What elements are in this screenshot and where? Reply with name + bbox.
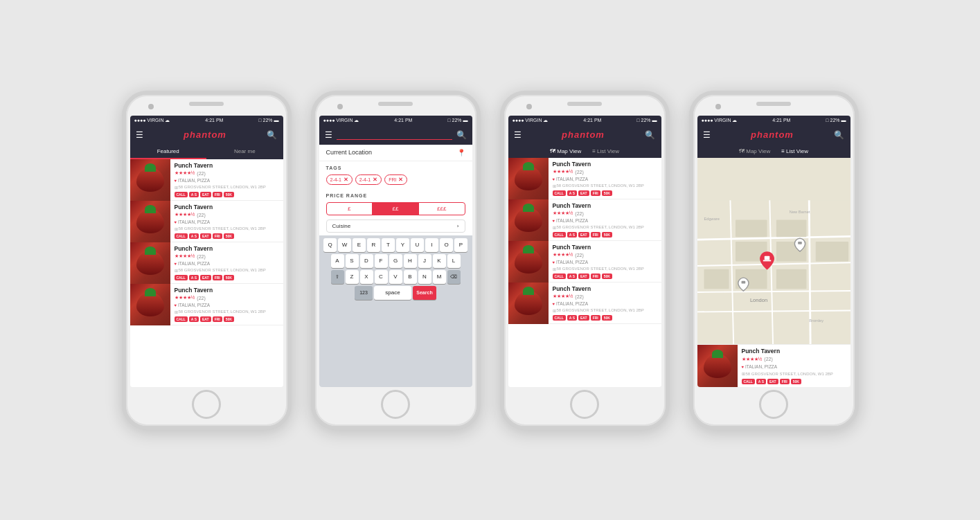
map-area[interactable]: London Edgware New Barnet Bromley	[697, 158, 850, 387]
eat-btn[interactable]: EAT	[200, 233, 211, 239]
50k-btn[interactable]: 50K	[224, 192, 234, 197]
tag-chip-1[interactable]: 2-4-1 ✕	[326, 174, 353, 185]
key-x[interactable]: X	[360, 270, 373, 284]
key-j[interactable]: J	[418, 254, 431, 268]
key-k[interactable]: K	[433, 254, 446, 268]
eat-btn[interactable]: EAT	[578, 190, 589, 196]
key-h[interactable]: H	[404, 254, 417, 268]
fri-btn[interactable]: FRI	[591, 232, 600, 237]
key-g[interactable]: G	[389, 254, 402, 268]
as-btn[interactable]: A S	[567, 274, 577, 279]
map-view-btn-4[interactable]: 🗺 Map View	[739, 148, 770, 154]
search-icon-4[interactable]: 🔍	[834, 130, 844, 140]
search-input[interactable]	[337, 129, 452, 140]
list-item[interactable]: Punch Tavern ★★★★½(22) ITALIAN, PIZZA 58…	[508, 241, 661, 283]
key-123[interactable]: 123	[355, 286, 373, 300]
price-btn-2[interactable]: ££	[373, 203, 419, 215]
tab-featured-1[interactable]: Featured	[130, 145, 207, 159]
key-y[interactable]: Y	[396, 238, 409, 252]
key-l[interactable]: L	[447, 254, 461, 268]
list-item[interactable]: Punch Tavern ★★★★½(22) ITALIAN, PIZZA 58…	[130, 201, 283, 242]
key-n[interactable]: N	[418, 270, 431, 284]
key-c[interactable]: C	[375, 270, 388, 284]
map-50k-btn[interactable]: 50K	[791, 379, 801, 384]
as-btn[interactable]: A S	[189, 316, 199, 322]
key-r[interactable]: R	[367, 238, 380, 252]
key-u[interactable]: U	[411, 238, 424, 252]
as-btn[interactable]: A S	[189, 275, 199, 280]
list-item[interactable]: Punch Tavern ★★★★½(22) ITALIAN, PIZZA 58…	[130, 284, 283, 325]
key-d[interactable]: D	[360, 254, 373, 268]
list-item[interactable]: Punch Tavern ★★★★½(22) ITALIAN, PIZZA 58…	[508, 158, 661, 199]
key-s[interactable]: S	[346, 254, 359, 268]
list-item[interactable]: Punch Tavern ★★★★½(22) ITALIAN, PIZZA 58…	[130, 242, 283, 284]
hamburger-icon-3[interactable]: ☰	[514, 130, 522, 140]
map-fri-btn[interactable]: FRI	[780, 379, 790, 384]
list-item[interactable]: Punch Tavern ★★★★½(22) ITALIAN, PIZZA 58…	[508, 199, 661, 241]
tag-remove-3[interactable]: ✕	[398, 177, 403, 183]
key-q[interactable]: Q	[323, 238, 337, 252]
key-a[interactable]: A	[331, 254, 344, 268]
tag-chip-3[interactable]: FRI ✕	[384, 174, 407, 185]
list-item[interactable]: Punch Tavern ★★★★½(22) ITALIAN, PIZZA 58…	[130, 159, 283, 201]
50k-btn[interactable]: 50K	[602, 232, 612, 237]
call-btn[interactable]: CALL	[175, 316, 188, 322]
call-btn[interactable]: CALL	[175, 275, 188, 280]
call-btn[interactable]: CALL	[553, 315, 566, 321]
search-icon-1[interactable]: 🔍	[267, 130, 277, 140]
50k-btn[interactable]: 50K	[602, 190, 612, 196]
eat-btn[interactable]: EAT	[578, 232, 589, 237]
map-as-btn[interactable]: A S	[756, 379, 766, 384]
call-btn[interactable]: CALL	[553, 232, 566, 237]
key-o[interactable]: O	[440, 238, 453, 252]
key-i[interactable]: I	[425, 238, 438, 252]
as-btn[interactable]: A S	[189, 233, 199, 239]
50k-btn[interactable]: 50K	[602, 274, 612, 279]
key-z[interactable]: Z	[346, 270, 359, 284]
key-p[interactable]: P	[454, 238, 467, 252]
tag-remove-1[interactable]: ✕	[344, 177, 348, 183]
eat-btn[interactable]: EAT	[578, 315, 589, 321]
fri-btn[interactable]: FRI	[591, 274, 600, 279]
as-btn[interactable]: A S	[567, 315, 577, 321]
call-btn[interactable]: CALL	[553, 190, 566, 196]
fri-btn[interactable]: FRI	[213, 316, 222, 322]
key-v[interactable]: V	[389, 270, 402, 284]
map-eat-btn[interactable]: EAT	[767, 379, 778, 384]
map-bottom-card[interactable]: Punch Tavern ★★★★½(22) ITALIAN, PIZZA 58…	[697, 344, 850, 387]
search-icon-2[interactable]: 🔍	[456, 130, 467, 140]
cuisine-dropdown[interactable]: Cuisine ›	[326, 219, 465, 233]
key-b[interactable]: B	[404, 270, 417, 284]
list-view-btn-3[interactable]: ≡ List View	[592, 148, 619, 154]
tab-nearme-1[interactable]: Near me	[206, 145, 283, 159]
eat-btn[interactable]: EAT	[578, 274, 589, 279]
hamburger-icon-2[interactable]: ☰	[325, 130, 332, 140]
search-icon-3[interactable]: 🔍	[645, 130, 655, 140]
hamburger-icon-4[interactable]: ☰	[703, 130, 711, 140]
eat-btn[interactable]: EAT	[200, 275, 211, 280]
fri-btn[interactable]: FRI	[213, 192, 222, 197]
key-e[interactable]: E	[353, 238, 366, 252]
price-btn-3[interactable]: £££	[419, 203, 465, 215]
50k-btn[interactable]: 50K	[224, 275, 234, 280]
map-view-btn-3[interactable]: 🗺 Map View	[550, 148, 581, 154]
key-m[interactable]: M	[433, 270, 446, 284]
eat-btn[interactable]: EAT	[200, 316, 211, 322]
list-view-btn-4[interactable]: ≡ List View	[781, 148, 808, 154]
key-search[interactable]: Search	[413, 286, 436, 300]
tag-remove-2[interactable]: ✕	[373, 177, 377, 183]
eat-btn[interactable]: EAT	[200, 192, 211, 197]
map-call-btn[interactable]: CALL	[742, 379, 755, 384]
fri-btn[interactable]: FRI	[213, 233, 222, 239]
key-backspace[interactable]: ⌫	[447, 270, 461, 284]
list-item[interactable]: Punch Tavern ★★★★½(22) ITALIAN, PIZZA 58…	[508, 283, 661, 324]
key-space[interactable]: space	[374, 286, 411, 300]
50k-btn[interactable]: 50K	[602, 315, 612, 321]
as-btn[interactable]: A S	[567, 232, 577, 237]
call-btn[interactable]: CALL	[175, 192, 188, 197]
price-btn-1[interactable]: £	[327, 203, 373, 215]
key-w[interactable]: W	[338, 238, 351, 252]
fri-btn[interactable]: FRI	[591, 315, 600, 321]
tag-chip-2[interactable]: 2-4-1 ✕	[355, 174, 382, 185]
50k-btn[interactable]: 50K	[224, 316, 234, 322]
